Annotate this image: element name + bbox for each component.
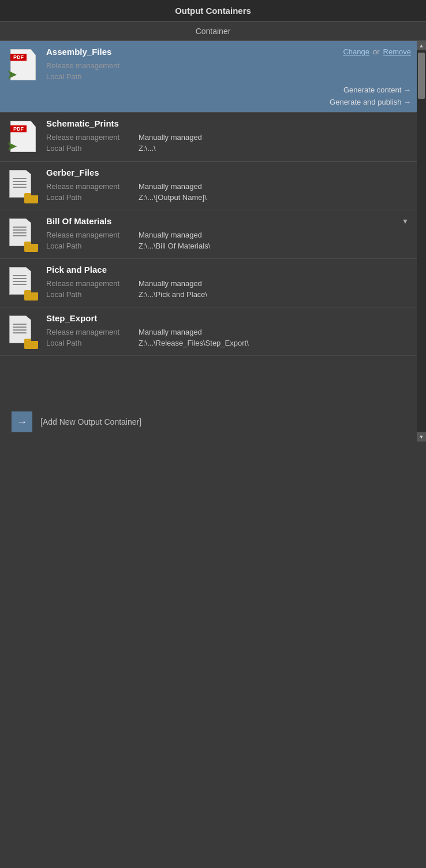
pick-place-path-label: Local Path — [46, 290, 139, 299]
assembly-actions: Change or Remove — [343, 47, 411, 56]
gerber-path-row: Local Path Z:\...\[Output Name]\ — [46, 193, 411, 202]
assembly-name: Assembly_Files — [46, 47, 343, 57]
title-bar: Output Containers Container — [0, 0, 426, 41]
assembly-path-value — [139, 72, 411, 81]
container-item-bom[interactable]: Bill Of Materials ▼ Release management M… — [0, 210, 417, 259]
icon-area-schematic: PDF ➤ — [0, 118, 46, 155]
file-line — [13, 324, 27, 325]
icon-area-assembly: PDF ➤ — [0, 47, 46, 84]
pdf-icon: PDF ➤ — [8, 49, 38, 84]
or-separator: or — [373, 47, 380, 56]
schematic-details: Schematic_Prints Release management Manu… — [46, 118, 411, 155]
container-item-schematic-prints[interactable]: PDF ➤ Schematic_Prints Release managemen… — [0, 113, 417, 162]
pick-place-details: Pick and Place Release management Manual… — [46, 265, 411, 301]
scroll-down-button[interactable]: ▼ — [417, 432, 426, 442]
gerber-release-value: Manually managed — [139, 182, 411, 191]
step-export-path-value: Z:\...\Release_Files\Step_Export\ — [139, 339, 411, 347]
bom-release-value: Manually managed — [139, 231, 411, 239]
file-lines-step-export — [13, 324, 27, 335]
icon-area-gerber — [0, 168, 46, 203]
assembly-path-row: Local Path — [46, 72, 411, 81]
pick-place-release-row: Release management Manually managed — [46, 279, 411, 288]
container-item-step-export[interactable]: Step_Export Release management Manually … — [0, 307, 417, 356]
file-line — [13, 227, 27, 228]
pick-place-path-value: Z:\...\Pick and Place\ — [139, 290, 411, 299]
pdf-label: PDF — [10, 54, 27, 61]
schematic-path-row: Local Path Z:\...\ — [46, 144, 411, 153]
gerber-release-label: Release management — [46, 182, 139, 191]
add-container-label: [Add New Output Container] — [40, 417, 141, 426]
bom-name: Bill Of Materials — [46, 216, 402, 226]
schematic-release-label: Release management — [46, 133, 139, 142]
pick-place-name: Pick and Place — [46, 265, 411, 275]
gerber-path-label: Local Path — [46, 193, 139, 202]
file-icon-pick-place — [8, 267, 38, 301]
step-export-release-row: Release management Manually managed — [46, 328, 411, 336]
file-line — [13, 235, 27, 236]
gerber-path-value: Z:\...\[Output Name]\ — [139, 193, 411, 202]
file-line — [13, 327, 27, 328]
file-line — [13, 281, 27, 282]
window-title: Output Containers — [0, 0, 426, 22]
pdf-arrow-schematic: ➤ — [7, 139, 17, 153]
arrow-right-icon: → — [17, 416, 27, 428]
file-icon-gerber — [8, 170, 38, 203]
file-icon-step-export — [8, 316, 38, 349]
assembly-release-value — [139, 61, 411, 70]
pdf-label-schematic: PDF — [10, 125, 27, 132]
gerber-details: Gerber_Files Release management Manually… — [46, 168, 411, 204]
file-icon-bom — [8, 218, 38, 252]
file-line — [13, 329, 27, 331]
file-lines-gerber — [13, 178, 27, 190]
step-export-header: Step_Export — [46, 313, 411, 323]
step-export-release-label: Release management — [46, 328, 139, 336]
file-line — [13, 229, 27, 231]
icon-area-bom — [0, 216, 46, 252]
container-item-assembly-files[interactable]: PDF ➤ Assembly_Files Change or Remove Re… — [0, 41, 417, 113]
file-line — [13, 284, 27, 285]
step-export-path-row: Local Path Z:\...\Release_Files\Step_Exp… — [46, 339, 411, 347]
assembly-release-label: Release management — [46, 61, 139, 70]
dropdown-chevron-icon[interactable]: ▼ — [402, 217, 411, 225]
container-item-pick-place[interactable]: Pick and Place Release management Manual… — [0, 259, 417, 307]
icon-area-pick-place — [0, 265, 46, 301]
schematic-release-value: Manually managed — [139, 133, 411, 142]
schematic-header: Schematic_Prints — [46, 118, 411, 128]
generate-publish-btn[interactable]: Generate and publish → — [330, 98, 411, 106]
scrollbar: ▲ ▼ — [417, 41, 426, 442]
file-lines-bom — [13, 227, 27, 238]
bom-path-value: Z:\...\Bill Of Materials\ — [139, 242, 411, 250]
pick-place-header: Pick and Place — [46, 265, 411, 275]
folder-body — [24, 292, 38, 301]
step-export-name: Step_Export — [46, 313, 411, 323]
schematic-release-row: Release management Manually managed — [46, 133, 411, 142]
file-line — [13, 332, 27, 333]
folder-icon-pick-place — [24, 290, 38, 301]
container-item-gerber-files[interactable]: Gerber_Files Release management Manually… — [0, 162, 417, 210]
pdf-arrow-icon: ➤ — [7, 68, 17, 81]
scroll-thumb[interactable] — [418, 53, 425, 99]
file-line — [13, 187, 27, 188]
scroll-up-button[interactable]: ▲ — [417, 41, 426, 50]
icon-area-step-export — [0, 313, 46, 349]
remove-link[interactable]: Remove — [383, 47, 411, 56]
bom-path-label: Local Path — [46, 242, 139, 250]
assembly-release-row: Release management — [46, 61, 411, 70]
add-container-icon: → — [12, 411, 32, 432]
pick-place-release-value: Manually managed — [139, 279, 411, 288]
generate-content-btn[interactable]: Generate content → — [343, 86, 411, 94]
file-line — [13, 184, 27, 185]
folder-body — [24, 195, 38, 203]
file-lines-pick-place — [13, 275, 27, 287]
folder-body — [24, 341, 38, 349]
assembly-header: Assembly_Files Change or Remove — [46, 47, 411, 57]
generate-buttons: Generate content → Generate and publish … — [46, 86, 411, 106]
gerber-name: Gerber_Files — [46, 168, 411, 177]
add-new-container-row[interactable]: → [Add New Output Container] — [0, 402, 417, 442]
file-line — [13, 232, 27, 233]
assembly-path-label: Local Path — [46, 72, 139, 81]
change-link[interactable]: Change — [343, 47, 369, 56]
pdf-icon-schematic: PDF ➤ — [8, 121, 38, 155]
bom-header: Bill Of Materials ▼ — [46, 216, 411, 226]
column-header: Container — [0, 22, 426, 41]
